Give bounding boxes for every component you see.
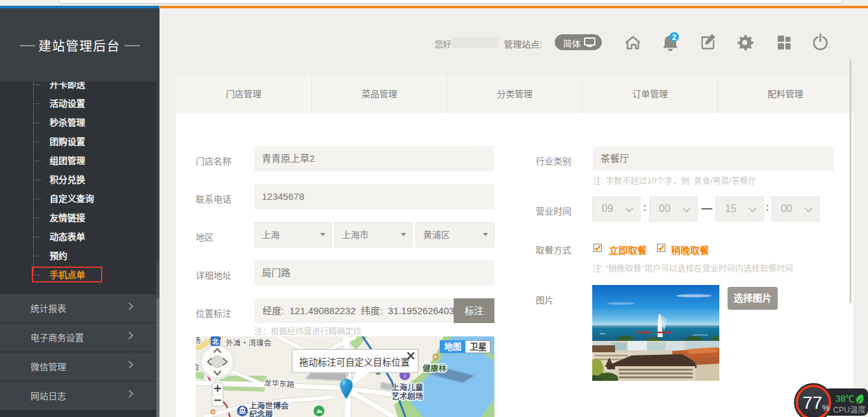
svg-text:艺术剧场: 艺术剧场 — [391, 392, 423, 401]
svg-text:地图: 地图 — [444, 341, 461, 352]
svg-text:纪念展: 纪念展 — [249, 409, 273, 417]
svg-text:健康林: 健康林 — [423, 364, 447, 373]
svg-text:北: 北 — [212, 338, 219, 345]
svg-text:会: 会 — [196, 363, 200, 372]
svg-text:77: 77 — [803, 393, 822, 413]
svg-text:%: % — [822, 403, 830, 413]
svg-text:外滩・湾璞会: 外滩・湾璞会 — [226, 338, 271, 348]
svg-text:卫星: 卫星 — [470, 342, 487, 352]
svg-text:上海世博会: 上海世博会 — [249, 401, 289, 411]
svg-text:2: 2 — [672, 33, 677, 42]
svg-text:上海儿童: 上海儿童 — [391, 383, 424, 392]
svg-text:拖动标注可自定义目标位置: 拖动标注可自定义目标位置 — [299, 357, 410, 367]
svg-text:场: 场 — [196, 336, 201, 345]
svg-text:38℃: 38℃ — [836, 394, 855, 404]
svg-text:CPU温度: CPU温度 — [833, 405, 866, 414]
